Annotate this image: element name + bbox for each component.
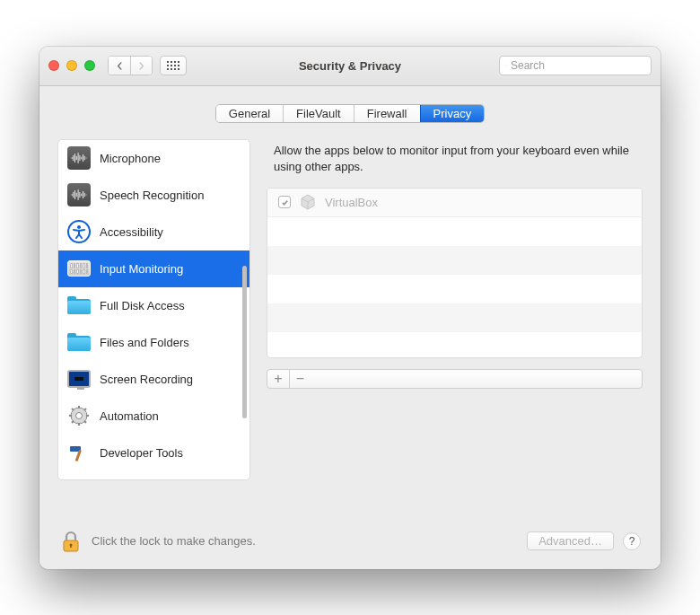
- sidebar-item-label: Screen Recording: [100, 373, 193, 386]
- checkmark-icon: [281, 198, 289, 206]
- tab-privacy[interactable]: Privacy: [420, 105, 485, 122]
- app-checkbox[interactable]: [278, 196, 291, 208]
- sidebar-item-label: Developer Tools: [100, 446, 183, 460]
- sidebar-item-accessibility[interactable]: Accessibility: [58, 214, 249, 250]
- svg-point-3: [76, 413, 83, 419]
- sidebar-item-automation[interactable]: Automation: [58, 398, 249, 435]
- sidebar-item-input-monitoring[interactable]: Input Monitoring: [58, 250, 249, 287]
- titlebar: Security & Privacy: [39, 47, 661, 86]
- help-button[interactable]: ?: [623, 532, 641, 550]
- back-button[interactable]: [109, 57, 130, 75]
- sidebar-item-label: Microphone: [100, 152, 161, 165]
- waveform-icon: [67, 183, 91, 206]
- close-window-button[interactable]: [48, 60, 59, 71]
- sidebar-item-full-disk-access[interactable]: Full Disk Access: [58, 287, 249, 324]
- search-input[interactable]: [511, 59, 645, 72]
- forward-button[interactable]: [130, 57, 152, 75]
- detail-pane: Allow the apps below to monitor input fr…: [267, 139, 643, 530]
- search-icon: [505, 60, 506, 71]
- app-name: VirtualBox: [325, 196, 378, 209]
- tab-firewall[interactable]: Firewall: [354, 105, 420, 122]
- folder-icon: [67, 294, 91, 317]
- sidebar-item-speech-recognition[interactable]: Speech Recognition: [58, 177, 249, 214]
- scrollbar[interactable]: [242, 266, 247, 418]
- svg-point-1: [77, 225, 81, 229]
- keyboard-icon: [67, 257, 91, 280]
- privacy-category-list[interactable]: Microphone Speech Recognition Accessibil…: [57, 139, 250, 480]
- sidebar-item-files-and-folders[interactable]: Files and Folders: [58, 324, 249, 361]
- chevron-left-icon: [116, 62, 124, 70]
- app-icon: [300, 194, 316, 210]
- grid-icon: [167, 61, 179, 70]
- svg-rect-8: [70, 545, 71, 548]
- lock-text: Click the lock to make changes.: [92, 534, 518, 548]
- display-icon: [67, 367, 91, 391]
- tab-general[interactable]: General: [216, 105, 283, 122]
- sidebar-item-label: Accessibility: [100, 225, 163, 239]
- tab-row: General FileVault Firewall Privacy: [39, 104, 661, 123]
- pane-description: Allow the apps below to monitor input fr…: [274, 143, 635, 175]
- gear-icon: [67, 404, 91, 427]
- chevron-right-icon: [137, 62, 145, 70]
- sidebar-item-label: Automation: [100, 409, 159, 423]
- sidebar-item-screen-recording[interactable]: Screen Recording: [58, 361, 249, 398]
- show-all-button[interactable]: [160, 56, 187, 75]
- folder-icon: [67, 330, 91, 354]
- zoom-window-button[interactable]: [84, 60, 95, 71]
- sidebar-item-label: Speech Recognition: [100, 189, 204, 202]
- nav-buttons: [108, 56, 153, 75]
- hammer-icon: [67, 441, 91, 464]
- sidebar-item-label: Input Monitoring: [100, 262, 183, 276]
- footer: Click the lock to make changes. Advanced…: [39, 530, 661, 569]
- traffic-lights: [48, 60, 95, 71]
- waveform-icon: [67, 146, 91, 170]
- add-app-button[interactable]: +: [267, 370, 289, 388]
- sidebar-item-developer-tools[interactable]: Developer Tools: [58, 435, 249, 471]
- lock-icon[interactable]: [59, 530, 83, 553]
- content-area: Microphone Speech Recognition Accessibil…: [57, 139, 643, 530]
- add-remove-control: + −: [267, 369, 643, 389]
- segmented-control: General FileVault Firewall Privacy: [215, 104, 485, 123]
- minimize-window-button[interactable]: [66, 60, 77, 71]
- accessibility-icon: [67, 220, 91, 243]
- remove-app-button[interactable]: −: [289, 370, 311, 388]
- tab-filevault[interactable]: FileVault: [283, 105, 354, 122]
- sidebar-item-label: Full Disk Access: [100, 299, 185, 312]
- app-row-virtualbox[interactable]: VirtualBox: [267, 189, 642, 217]
- window: Security & Privacy General FileVault Fir…: [39, 47, 661, 569]
- app-list[interactable]: VirtualBox: [267, 188, 643, 358]
- svg-point-0: [505, 66, 506, 66]
- search-field[interactable]: [499, 56, 652, 75]
- sidebar-item-microphone[interactable]: Microphone: [58, 140, 249, 177]
- advanced-button[interactable]: Advanced…: [527, 532, 614, 550]
- sidebar-item-label: Files and Folders: [100, 336, 189, 349]
